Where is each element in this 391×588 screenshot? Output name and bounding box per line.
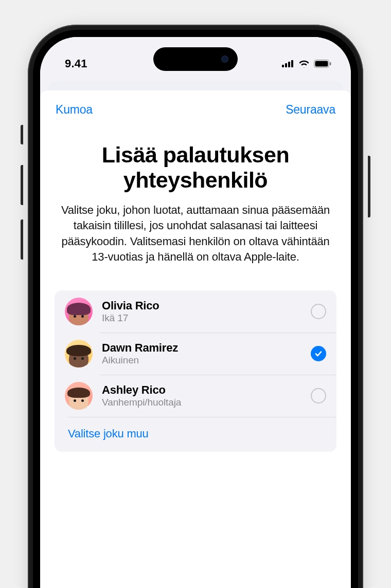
page-title: Lisää palautuksen yhteyshenkilö [55, 142, 336, 193]
checkmark-icon [314, 350, 323, 358]
svg-rect-2 [288, 62, 290, 67]
wifi-icon [298, 60, 310, 68]
avatar [65, 340, 93, 368]
status-time: 9.41 [65, 57, 87, 70]
radio-checked-icon [311, 346, 326, 361]
radio-unchecked-icon [311, 388, 326, 403]
battery-icon [314, 60, 331, 68]
front-camera [221, 56, 228, 63]
page-title-line1: Lisää palautuksen [102, 142, 289, 167]
choose-other-row[interactable]: Valitse joku muu [55, 417, 336, 452]
dynamic-island [153, 47, 238, 71]
contact-name: Ashley Rico [102, 383, 311, 397]
phone-side-buttons-left [21, 125, 23, 274]
status-icons [282, 60, 331, 68]
contact-name: Olivia Rico [102, 299, 311, 313]
contact-subtitle: Ikä 17 [102, 313, 311, 324]
contact-subtitle: Vanhempi/huoltaja [102, 397, 311, 408]
contact-row-ashley[interactable]: Ashley Rico Vanhempi/huoltaja [55, 375, 336, 417]
choose-other-button[interactable]: Valitse joku muu [68, 427, 149, 440]
contact-list: Olivia Rico Ikä 17 [55, 290, 336, 452]
next-button[interactable]: Seuraava [286, 103, 335, 117]
svg-rect-1 [285, 63, 287, 67]
avatar [65, 382, 93, 410]
page-description: Valitse joku, johon luotat, auttamaan si… [55, 203, 336, 265]
nav-bar: Kumoa Seuraava [55, 90, 336, 122]
contact-name: Dawn Ramirez [102, 341, 311, 355]
svg-rect-3 [291, 60, 293, 67]
avatar [65, 298, 93, 325]
radio-unchecked-icon [311, 304, 326, 319]
svg-rect-5 [315, 61, 328, 67]
modal-sheet: Kumoa Seuraava Lisää palautuksen yhteysh… [40, 90, 351, 588]
svg-rect-0 [282, 65, 284, 67]
cellular-icon [282, 60, 294, 67]
contact-row-olivia[interactable]: Olivia Rico Ikä 17 [55, 290, 336, 333]
screen: 9.41 [40, 37, 351, 588]
svg-rect-6 [330, 62, 331, 65]
page-title-line2: yhteyshenkilö [123, 168, 268, 192]
phone-frame: 9.41 [28, 25, 363, 588]
contact-subtitle: Aikuinen [102, 355, 311, 366]
phone-side-button-right [368, 156, 370, 217]
contact-row-dawn[interactable]: Dawn Ramirez Aikuinen [55, 333, 336, 375]
cancel-button[interactable]: Kumoa [56, 103, 93, 117]
